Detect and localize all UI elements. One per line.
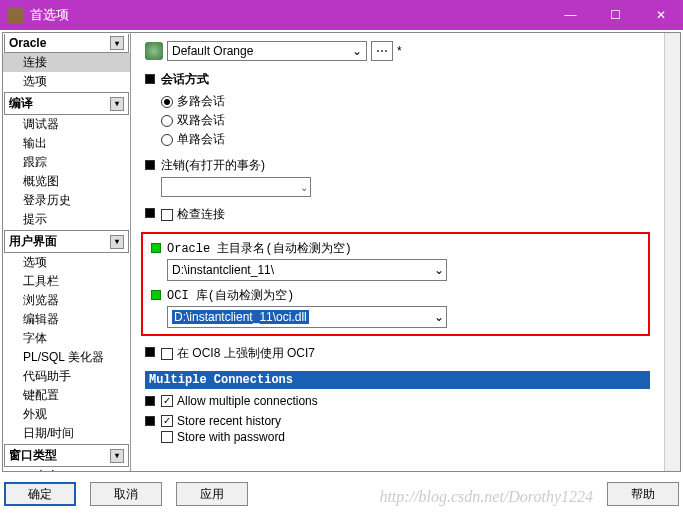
store-history-check[interactable]: Store recent history — [161, 413, 650, 429]
radio-dual[interactable]: 双路会话 — [161, 111, 650, 130]
expand-marker-icon[interactable] — [145, 416, 155, 426]
sidebar-item[interactable]: 外观 — [3, 405, 130, 424]
section-title: 注销(有打开的事务) — [161, 157, 650, 174]
scrollbar[interactable] — [664, 33, 680, 471]
section-oracle-home: Oracle 主目录名(自动检测为空) D:\instantclient_11\… — [151, 240, 640, 281]
chevron-down-icon: ⌄ — [434, 263, 444, 277]
expand-marker-icon[interactable] — [151, 243, 161, 253]
expand-marker-icon[interactable] — [145, 160, 155, 170]
expand-marker-icon[interactable] — [151, 290, 161, 300]
sidebar-item[interactable]: 选项 — [3, 253, 130, 272]
section-allow-multi: Allow multiple connections — [145, 393, 650, 409]
title-bar: 首选项 — ☐ ✕ — [0, 0, 683, 30]
theme-row: Default Orange⌄ ⋯ * — [145, 41, 650, 61]
sidebar-item[interactable]: 字体 — [3, 329, 130, 348]
force-oci7-check[interactable]: 在 OCI8 上强制使用 OCI7 — [161, 344, 650, 363]
chevron-down-icon: ⌄ — [300, 182, 308, 193]
expand-marker-icon[interactable] — [145, 347, 155, 357]
checkbox-icon — [161, 431, 173, 443]
sidebar-item[interactable]: PL/SQL 美化器 — [3, 348, 130, 367]
highlighted-box: Oracle 主目录名(自动检测为空) D:\instantclient_11\… — [141, 232, 650, 336]
sidebar-item[interactable]: 跟踪 — [3, 153, 130, 172]
sidebar-item[interactable]: 提示 — [3, 210, 130, 229]
oci-lib-input[interactable]: D:\instantclient_11\oci.dll⌄ — [167, 306, 447, 328]
sidebar-header-window[interactable]: 窗口类型▾ — [4, 444, 129, 467]
sidebar-item[interactable]: 键配置 — [3, 386, 130, 405]
radio-single[interactable]: 单路会话 — [161, 130, 650, 149]
sidebar-header-compile[interactable]: 编译▾ — [4, 92, 129, 115]
section-oci-lib: OCI 库(自动检测为空) D:\instantclient_11\oci.dl… — [151, 287, 640, 328]
oracle-home-input[interactable]: D:\instantclient_11\⌄ — [167, 259, 447, 281]
allow-multi-check[interactable]: Allow multiple connections — [161, 393, 650, 409]
theme-icon — [145, 42, 163, 60]
section-checkconn: 检查连接 — [145, 205, 650, 224]
checkbox-icon — [161, 348, 173, 360]
expand-marker-icon[interactable] — [145, 396, 155, 406]
sidebar-item[interactable]: 输出 — [3, 134, 130, 153]
body: Oracle▾ 连接 选项 编译▾ 调试器 输出 跟踪 概览图 登录历史 提示 … — [2, 32, 681, 472]
sidebar-item[interactable]: 浏览器 — [3, 291, 130, 310]
window-title: 首选项 — [30, 6, 548, 24]
sidebar-header-oracle[interactable]: Oracle▾ — [4, 34, 129, 53]
sidebar-item[interactable]: 日期/时间 — [3, 424, 130, 443]
chevron-down-icon: ⌄ — [352, 44, 362, 58]
multiconn-header: Multiple Connections — [145, 371, 650, 389]
ok-button[interactable]: 确定 — [4, 482, 76, 506]
section-store-history: Store recent history Store with password — [145, 413, 650, 445]
radio-multi[interactable]: 多路会话 — [161, 92, 650, 111]
section-force-oci: 在 OCI8 上强制使用 OCI7 — [145, 344, 650, 363]
theme-more-button[interactable]: ⋯ — [371, 41, 393, 61]
section-title: OCI 库(自动检测为空) — [167, 287, 640, 304]
section-logoff: 注销(有打开的事务) ⌄ — [145, 157, 650, 197]
expand-marker-icon[interactable] — [145, 208, 155, 218]
sidebar-tree[interactable]: Oracle▾ 连接 选项 编译▾ 调试器 输出 跟踪 概览图 登录历史 提示 … — [3, 33, 131, 471]
expand-marker-icon[interactable] — [145, 74, 155, 84]
checkbox-icon — [161, 415, 173, 427]
sidebar-item[interactable]: 调试器 — [3, 115, 130, 134]
content-panel: Default Orange⌄ ⋯ * 会话方式 多路会话 双路会话 单路会话 … — [131, 33, 664, 471]
sidebar-header-ui[interactable]: 用户界面▾ — [4, 230, 129, 253]
sidebar-item[interactable]: 登录历史 — [3, 191, 130, 210]
sidebar-item[interactable]: 程序窗口 — [3, 467, 130, 471]
radio-icon — [161, 96, 173, 108]
collapse-icon[interactable]: ▾ — [110, 449, 124, 463]
sidebar-item-connection[interactable]: 连接 — [3, 53, 130, 72]
collapse-icon[interactable]: ▾ — [110, 97, 124, 111]
theme-select[interactable]: Default Orange⌄ — [167, 41, 367, 61]
close-button[interactable]: ✕ — [638, 0, 683, 30]
collapse-icon[interactable]: ▾ — [110, 235, 124, 249]
section-title: 会话方式 — [161, 71, 650, 88]
radio-icon — [161, 115, 173, 127]
checkbox-icon — [161, 209, 173, 221]
radio-icon — [161, 134, 173, 146]
modified-indicator: * — [397, 44, 402, 58]
sidebar-item[interactable]: 编辑器 — [3, 310, 130, 329]
button-bar: 确定 取消 应用 帮助 — [4, 478, 679, 510]
logoff-select[interactable]: ⌄ — [161, 177, 311, 197]
store-password-check[interactable]: Store with password — [161, 429, 650, 445]
sidebar-item[interactable]: 概览图 — [3, 172, 130, 191]
checkbox-icon — [161, 395, 173, 407]
cancel-button[interactable]: 取消 — [90, 482, 162, 506]
check-connection[interactable]: 检查连接 — [161, 205, 650, 224]
help-button[interactable]: 帮助 — [607, 482, 679, 506]
collapse-icon[interactable]: ▾ — [110, 36, 124, 50]
apply-button[interactable]: 应用 — [176, 482, 248, 506]
section-session: 会话方式 多路会话 双路会话 单路会话 — [145, 71, 650, 149]
chevron-down-icon: ⌄ — [434, 310, 444, 324]
maximize-button[interactable]: ☐ — [593, 0, 638, 30]
section-title: Oracle 主目录名(自动检测为空) — [167, 240, 640, 257]
sidebar-item[interactable]: 工具栏 — [3, 272, 130, 291]
app-icon — [8, 7, 24, 23]
minimize-button[interactable]: — — [548, 0, 593, 30]
sidebar-item[interactable]: 代码助手 — [3, 367, 130, 386]
sidebar-item[interactable]: 选项 — [3, 72, 130, 91]
